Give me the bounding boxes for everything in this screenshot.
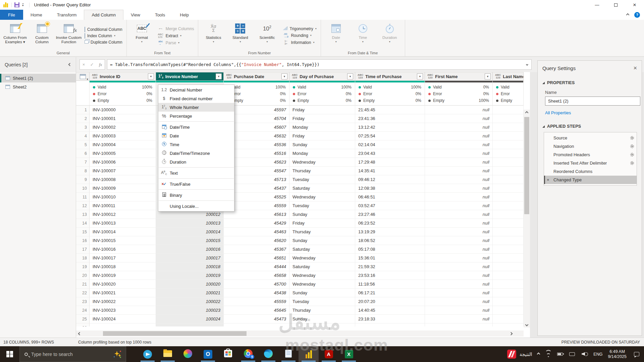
scroll-right-icon[interactable] xyxy=(507,333,514,335)
taskbar-app-notepad[interactable] xyxy=(278,346,299,362)
menu-item-binary[interactable]: Binary xyxy=(158,191,234,199)
menu-item-true-false[interactable]: ×✓True/False xyxy=(158,180,234,188)
cell-invoice-id[interactable]: INV-100024 xyxy=(90,315,156,323)
cell-time-of-purchase[interactable]: 20:07:20 xyxy=(355,297,425,306)
cell-time-of-purchase[interactable]: 23:27:46 xyxy=(355,210,425,219)
taskbar-app-explorer[interactable] xyxy=(158,346,178,362)
cell-time-of-purchase[interactable]: 17:29:48 xyxy=(355,158,425,167)
applied-step-promoted-headers[interactable]: Promoted Headers xyxy=(544,150,637,159)
cell-purchase-date[interactable]: 45463 xyxy=(224,228,289,236)
scroll-down-icon[interactable] xyxy=(524,321,530,327)
formula-input[interactable]: = Table.TransformColumnTypes(#"Reordered… xyxy=(107,59,532,70)
language-indicator[interactable]: ENG xyxy=(593,352,602,357)
tab-transform[interactable]: Transform xyxy=(50,10,84,20)
cell-last-name[interactable] xyxy=(493,123,524,132)
cell-last-name[interactable] xyxy=(493,228,524,236)
cell-invoice-id[interactable]: INV-100011 xyxy=(90,201,156,210)
cell-last-name[interactable] xyxy=(493,306,524,315)
cell-time-of-purchase[interactable]: 03:52:47 xyxy=(355,201,425,210)
menu-item-using-locale[interactable]: Using Locale... xyxy=(158,202,234,210)
tab-tools[interactable]: Tools xyxy=(148,10,172,20)
properties-section-header[interactable]: PROPERTIES xyxy=(542,80,637,85)
cell-last-name[interactable] xyxy=(493,114,524,123)
cell-day-of-purchase[interactable]: Friday xyxy=(289,132,355,140)
cell-invoice-number[interactable]: 100016 xyxy=(156,245,224,254)
cell-day-of-purchase[interactable]: Saturday xyxy=(289,245,355,254)
column-header-invoice-id[interactable]: ABC123Invoice ID▼ xyxy=(90,72,156,81)
cell-time-of-purchase[interactable]: 13:12:42 xyxy=(355,123,425,132)
cell-last-name[interactable] xyxy=(493,140,524,149)
step-settings-gear-icon[interactable] xyxy=(630,153,634,157)
cell-first-name[interactable]: null xyxy=(425,193,493,201)
cell-time-of-purchase[interactable]: 12:08:38 xyxy=(355,184,425,193)
taskbar-app-store[interactable] xyxy=(218,346,238,362)
column-filter-icon[interactable]: ▼ xyxy=(281,73,287,79)
cell-first-name[interactable]: null xyxy=(425,236,493,245)
cell-last-name[interactable] xyxy=(493,193,524,201)
tab-home[interactable]: Home xyxy=(23,10,50,20)
any-type-type-icon[interactable]: ABC123 xyxy=(358,74,363,79)
cell-purchase-date[interactable]: 45438 xyxy=(224,289,289,297)
cell-day-of-purchase[interactable]: Monday xyxy=(289,123,355,132)
cell-invoice-number[interactable]: 100022 xyxy=(156,297,224,306)
cell-last-name[interactable] xyxy=(493,184,524,193)
cell-first-name[interactable]: null xyxy=(425,149,493,158)
cell-first-name[interactable]: null xyxy=(425,140,493,149)
cell-day-of-purchase[interactable]: Friday xyxy=(289,219,355,228)
cell-invoice-id[interactable]: INV-100022 xyxy=(90,297,156,306)
column-filter-icon[interactable]: ▼ xyxy=(417,73,423,79)
menu-item-time[interactable]: Time xyxy=(158,140,234,149)
cell-invoice-id[interactable]: INV-100009 xyxy=(90,184,156,193)
cell-day-of-purchase[interactable]: Thursday xyxy=(289,228,355,236)
column-header-last-name[interactable]: ABC123Last Name xyxy=(493,72,524,81)
cell-day-of-purchase[interactable]: Tuesday xyxy=(289,297,355,306)
scroll-left-icon[interactable] xyxy=(76,333,83,335)
cell-last-name[interactable] xyxy=(493,201,524,210)
commit-formula-icon[interactable]: ✓ xyxy=(90,62,94,67)
collapse-queries-icon[interactable] xyxy=(68,63,72,66)
quick-access-caret-icon[interactable]: ▾ xyxy=(22,3,24,7)
cell-purchase-date[interactable]: 45620 xyxy=(224,236,289,245)
menu-item-date-time[interactable]: Date/Time xyxy=(158,123,234,131)
query-name-input[interactable] xyxy=(545,97,640,106)
cell-invoice-number[interactable]: 100014 xyxy=(156,228,224,236)
cell-invoice-id[interactable]: INV-100007 xyxy=(90,167,156,175)
cell-day-of-purchase[interactable]: Sunday xyxy=(289,315,355,323)
custom-column-button[interactable]: Custom Column xyxy=(29,21,55,50)
cell-first-name[interactable]: null xyxy=(425,175,493,184)
cell-last-name[interactable] xyxy=(493,297,524,306)
duration-button[interactable]: Duration▾ xyxy=(377,21,403,50)
applied-step-navigation[interactable]: Navigation xyxy=(544,142,637,150)
scroll-up-icon[interactable] xyxy=(524,110,530,116)
cell-last-name[interactable] xyxy=(493,289,524,297)
applied-step-inserted-text-after-delimiter[interactable]: Inserted Text After Delimiter xyxy=(544,159,637,167)
menu-item-decimal-number[interactable]: 1.2Decimal Number xyxy=(158,85,234,94)
wifi-icon[interactable] xyxy=(545,351,552,357)
whole-number-type-icon[interactable]: 123 xyxy=(158,73,163,80)
cell-invoice-number[interactable]: 100019 xyxy=(156,271,224,280)
cancel-formula-icon[interactable]: × xyxy=(83,62,85,67)
taskbar-app-acrobat[interactable]: A xyxy=(319,346,339,362)
cell-last-name[interactable] xyxy=(493,262,524,271)
cell-invoice-number[interactable]: 100013 xyxy=(156,219,224,228)
cell-last-name[interactable] xyxy=(493,149,524,158)
conditional-column-button[interactable]: Conditional Column xyxy=(85,27,122,32)
cell-first-name[interactable]: null xyxy=(425,254,493,262)
cell-invoice-id[interactable]: INV-100012 xyxy=(90,210,156,219)
cell-invoice-id[interactable]: INV-100002 xyxy=(90,123,156,132)
column-header-day-of-purchase[interactable]: ABC123Day of Purchase▼ xyxy=(289,72,355,81)
cell-invoice-id[interactable]: INV-100005 xyxy=(90,149,156,158)
cell-first-name[interactable]: null xyxy=(425,123,493,132)
column-header-invoice-number[interactable]: 123Invoice Number▼ xyxy=(156,72,224,81)
cell-last-name[interactable] xyxy=(493,315,524,323)
cell-day-of-purchase[interactable]: Thursday xyxy=(289,167,355,175)
date-button[interactable]: Date▾ xyxy=(323,21,349,50)
cell-purchase-date[interactable]: 45700 xyxy=(224,280,289,289)
cell-invoice-id[interactable]: INV-100016 xyxy=(90,245,156,254)
trigonometry-button[interactable]: Trigonometry▾ xyxy=(283,26,316,31)
cell-day-of-purchase[interactable]: Thursday xyxy=(289,306,355,315)
cell-invoice-number[interactable]: 100018 xyxy=(156,262,224,271)
merge-columns-button[interactable]: ⌐¬Merge Columns xyxy=(158,26,194,32)
cell-invoice-id[interactable]: INV-100017 xyxy=(90,254,156,262)
cell-purchase-date[interactable]: 45645 xyxy=(224,306,289,315)
